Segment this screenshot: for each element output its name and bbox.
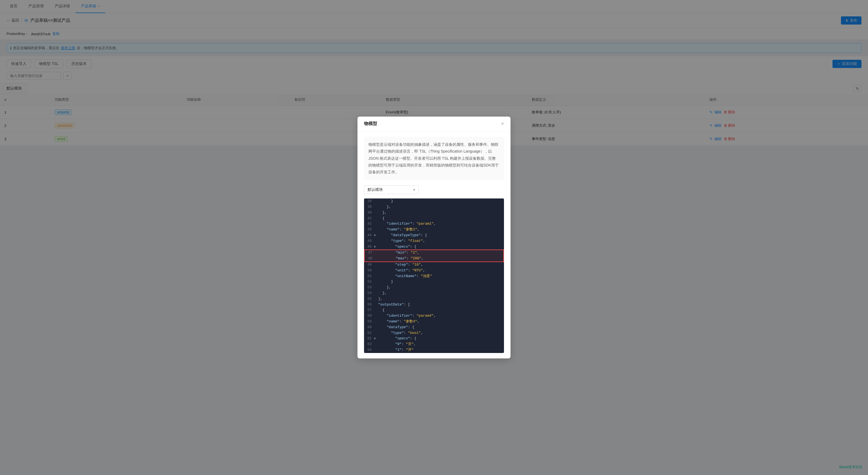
- tsl-modal: 物模型 × 物模型是云端对设备功能的抽象描述，涵盖了设备的属性、服务和事件。物联…: [358, 116, 510, 146]
- modal-title: 物模型: [364, 121, 377, 127]
- modal-close-button[interactable]: ×: [501, 121, 504, 127]
- modal-overlay[interactable]: 物模型 × 物模型是云端对设备功能的抽象描述，涵盖了设备的属性、服务和事件。物联…: [0, 0, 868, 146]
- modal-header: 物模型 ×: [358, 116, 510, 131]
- modal-body: 物模型是云端对设备功能的抽象描述，涵盖了设备的属性、服务和事件。物联网平台通过物…: [358, 131, 510, 146]
- modal-description: 物模型是云端对设备功能的抽象描述，涵盖了设备的属性、服务和事件。物联网平台通过物…: [364, 137, 504, 146]
